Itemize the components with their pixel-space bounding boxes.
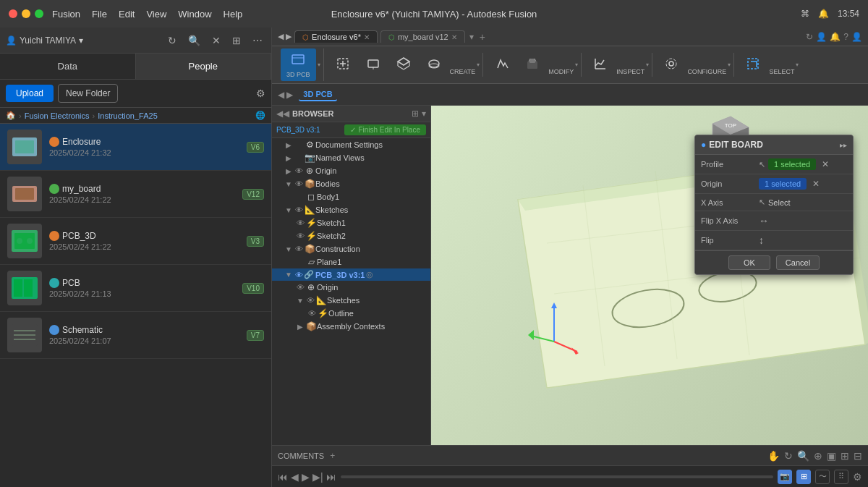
breadcrumb-electronics[interactable]: Fusion Electronics — [25, 111, 90, 120]
maximize-button[interactable] — [35, 9, 43, 18]
menu-edit[interactable]: Edit — [119, 9, 135, 20]
tree-eye-construction[interactable]: 👁 — [294, 245, 304, 253]
tree-item-assembly[interactable]: ▶ 📦 Assembly Contexts — [272, 320, 430, 333]
xaxis-select-button[interactable]: Select — [768, 198, 791, 207]
tree-item-plane1[interactable]: ▱ Plane1 — [272, 255, 430, 268]
settings-icon[interactable]: ⚙ — [256, 88, 265, 99]
timeline-curve-btn[interactable]: 〜 — [815, 470, 830, 484]
file-item-myboard[interactable]: my_board 2025/02/24 21:22 V12 — [0, 171, 271, 218]
zoom-in-icon[interactable]: ⊕ — [814, 450, 822, 462]
subtoolbar-3dpcb[interactable]: 3D PCB — [299, 88, 336, 101]
tree-item-sketches[interactable]: ▼ 👁 📐 Sketches — [272, 203, 430, 216]
tab-enclosure-close[interactable]: ✕ — [364, 33, 370, 41]
user-info[interactable]: 👤 Yuichi TAMIYA ▾ — [6, 35, 83, 46]
tree-eye-outline[interactable]: 👁 — [307, 309, 317, 318]
tree-eye-sketch1[interactable]: 👁 — [295, 219, 305, 227]
modify-dropdown[interactable]: ▾ — [575, 62, 578, 68]
tree-eye-origin[interactable]: 👁 — [294, 166, 304, 175]
display-mode-icon[interactable]: ▣ — [827, 450, 836, 462]
notification-icon[interactable]: 🔔 — [818, 9, 829, 19]
tool-select[interactable] — [739, 53, 767, 77]
menu-fusion[interactable]: Fusion — [52, 9, 80, 20]
browser-collapse-icon[interactable]: ◀◀ — [276, 109, 289, 119]
flip-button[interactable]: ↕ — [759, 234, 764, 246]
timeline-end-icon[interactable]: ⏭ — [326, 471, 336, 483]
edit-board-ok-button[interactable]: OK — [728, 255, 770, 270]
timeline-camera-btn[interactable]: 📷 — [778, 470, 792, 484]
tree-item-construction[interactable]: ▼ 👁 📦 Construction — [272, 242, 430, 255]
tree-item-body1[interactable]: ◻ Body1 — [272, 190, 430, 203]
tool-create-1[interactable] — [328, 53, 357, 77]
grid-view-icon[interactable]: ⊞ — [229, 33, 244, 48]
tool-3dpcb[interactable]: 3D PCB — [281, 48, 316, 81]
browser-filter-icon[interactable]: ⊞ — [412, 109, 419, 119]
tab-myboard-close[interactable]: ✕ — [451, 33, 457, 41]
tree-item-sketch2[interactable]: 👁 ⚡ Sketch2 — [272, 229, 430, 242]
tree-item-sketch1[interactable]: 👁 ⚡ Sketch1 — [272, 216, 430, 229]
pan-icon[interactable]: ✋ — [767, 450, 780, 462]
tab-bell-icon[interactable]: 🔔 — [830, 32, 841, 42]
origin-selected-button[interactable]: 1 selected — [759, 178, 807, 190]
tree-eye-pcb3d[interactable]: 👁 — [294, 271, 304, 279]
tree-item-outline[interactable]: 👁 ⚡ Outline — [272, 307, 430, 320]
create-dropdown[interactable]: ▾ — [477, 62, 480, 68]
tree-item-pcb3d[interactable]: ▼ 👁 🔗 PCB_3D v3:1 ◎ — [272, 268, 430, 281]
menu-help[interactable]: Help — [224, 9, 243, 20]
tab-myboard[interactable]: ⬡ my_board v12 ✕ — [380, 30, 465, 43]
minimize-button[interactable] — [22, 9, 30, 18]
timeline-track[interactable] — [341, 475, 773, 478]
tool-inspect-1[interactable] — [586, 53, 615, 77]
menu-file[interactable]: File — [92, 9, 107, 20]
tree-item-doc-settings[interactable]: ▶ ⚙ Document Settings — [272, 138, 430, 151]
view-options-icon[interactable]: ⊟ — [854, 450, 862, 462]
menu-view[interactable]: View — [146, 9, 166, 20]
grid-icon[interactable]: ⊞ — [841, 450, 849, 462]
browser-menu-icon[interactable]: ▾ — [422, 109, 426, 119]
breadcrumb-instruction[interactable]: Instruction_FA25 — [98, 111, 158, 120]
file-item-pcb[interactable]: PCB 2025/02/24 21:13 V10 — [0, 265, 271, 312]
timeline-prev-icon[interactable]: ◀ — [291, 471, 299, 483]
tab-refresh-icon[interactable]: ↻ — [806, 32, 813, 42]
tree-eye-pcb-origin[interactable]: 👁 — [295, 283, 305, 292]
viewport[interactable]: TOP R ● EDIT BOARD ▸▸ — [431, 106, 868, 445]
close-left-icon[interactable]: ✕ — [209, 33, 224, 48]
spotlight-icon[interactable]: ⌘ — [801, 9, 809, 19]
file-item-pcb3d[interactable]: PCB_3D 2025/02/24 21:22 V3 — [0, 218, 271, 265]
tool-3dpcb-dropdown[interactable]: ▾ — [318, 62, 320, 68]
tab-help-icon[interactable]: ? — [843, 32, 848, 42]
tab-avatar-icon[interactable]: 👤 — [851, 32, 862, 42]
file-item-enclosure[interactable]: Enclosure 2025/02/24 21:32 V6 — [0, 124, 271, 171]
profile-selected-button[interactable]: 1 selected — [768, 158, 816, 170]
refresh-icon[interactable]: ↻ — [165, 33, 179, 48]
tree-eye-bodies[interactable]: 👁 — [294, 179, 304, 188]
tree-item-bodies[interactable]: ▼ 👁 📦 Bodies — [272, 177, 430, 190]
timeline-next-icon[interactable]: ▶| — [312, 471, 323, 483]
tree-item-pcb-sketches[interactable]: ▼ 👁 📐 Sketches — [272, 294, 430, 307]
edit-board-cancel-button[interactable]: Cancel — [776, 255, 820, 270]
inspect-dropdown[interactable]: ▾ — [646, 62, 649, 68]
tool-modify-2[interactable] — [518, 53, 547, 77]
timeline-settings-icon[interactable]: ⚙ — [853, 471, 862, 483]
tool-configure-1[interactable] — [657, 53, 686, 77]
search-icon[interactable]: 🔍 — [185, 33, 203, 48]
tree-item-pcb-origin[interactable]: 👁 ⊕ Origin — [272, 281, 430, 294]
tree-item-origin[interactable]: ▶ 👁 ⊕ Origin — [272, 164, 430, 177]
tab-back-icon[interactable]: ◀ ▶ — [278, 32, 292, 41]
timeline-start-icon[interactable]: ⏮ — [278, 471, 288, 483]
tool-create-3[interactable] — [389, 53, 418, 77]
timeline-grid-btn[interactable]: ⊞ — [796, 470, 811, 484]
tab-enclosure[interactable]: ⬡ Enclosure v6* ✕ — [294, 30, 378, 43]
breadcrumb-home[interactable]: 🏠 — [6, 111, 16, 120]
profile-clear-button[interactable]: ✕ — [822, 159, 829, 169]
origin-clear-button[interactable]: ✕ — [812, 179, 820, 189]
menu-window[interactable]: Window — [178, 9, 211, 20]
zoom-icon[interactable]: 🔍 — [797, 450, 809, 462]
orbit-icon[interactable]: ↻ — [784, 450, 793, 462]
subtoolbar-back-icon[interactable]: ◀ ▶ — [278, 90, 293, 100]
tree-eye-sketch2[interactable]: 👁 — [295, 232, 305, 240]
add-tab-icon[interactable]: + — [480, 31, 485, 43]
flipx-button[interactable]: ↔ — [759, 215, 769, 226]
configure-dropdown[interactable]: ▾ — [728, 62, 731, 68]
tree-eye-pcb-sketches[interactable]: 👁 — [305, 296, 315, 305]
timeline-play-icon[interactable]: ▶ — [302, 471, 310, 483]
